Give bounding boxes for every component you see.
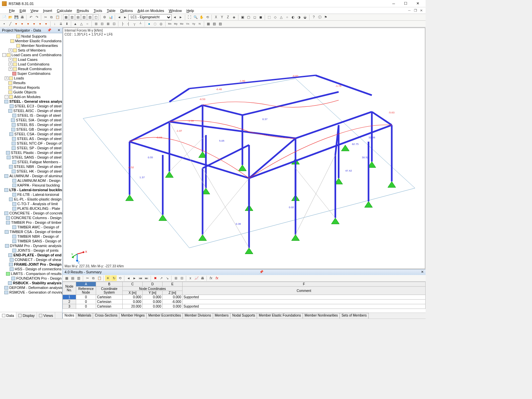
tree-item[interactable]: Guide Objects	[0, 90, 62, 94]
dim2-icon[interactable]: ┤	[126, 21, 131, 27]
tree-item[interactable]: STEEL GB - Design of steel	[0, 127, 62, 132]
prev-icon[interactable]: ◄	[116, 14, 122, 20]
expand-icon[interactable]: -	[5, 95, 8, 99]
misc7-icon[interactable]: ◒	[302, 14, 308, 20]
menu-results[interactable]: Results	[74, 8, 91, 13]
col-letter-b[interactable]: B	[96, 282, 123, 287]
paste-icon[interactable]: 📋	[55, 14, 60, 20]
col-letter-d[interactable]: D	[143, 282, 163, 287]
undo-icon[interactable]: ↶	[28, 14, 34, 20]
misc5-icon[interactable]: ◐	[290, 14, 296, 20]
loadcase-combo[interactable]: LC1 - Eigengewicht	[128, 14, 172, 20]
tree-item[interactable]: STEEL HK - Design of steel	[0, 169, 62, 174]
show1-icon[interactable]: ▦	[205, 21, 211, 27]
nav-tab-views[interactable]: Views	[37, 312, 55, 319]
results-tab-members[interactable]: Members	[213, 313, 231, 319]
lc-prev-icon[interactable]: ◄	[172, 14, 178, 20]
info-icon[interactable]: ⓘ	[317, 14, 323, 20]
menu-add-on-modules[interactable]: Add-on Modules	[135, 8, 166, 13]
hinge-icon[interactable]: ○	[84, 21, 90, 27]
vx-icon[interactable]: Vx	[185, 21, 191, 27]
rt-arr2-icon[interactable]: ↘	[164, 275, 170, 281]
rt-fx-icon[interactable]: fx	[208, 275, 214, 281]
tree-item[interactable]: STEEL CSA - Design of steel	[0, 132, 62, 136]
expand-icon[interactable]: +	[9, 67, 12, 71]
col-coord-sys[interactable]: Coordinate System	[96, 287, 123, 295]
tree-item[interactable]: KAPPA - Flexural buckling	[0, 183, 62, 188]
menu-edit[interactable]: Edit	[17, 8, 28, 13]
tree-item[interactable]: FOUNDATION Pro - Design	[0, 276, 62, 281]
tree-item[interactable]: +Load Cases	[0, 57, 62, 62]
col-node-no[interactable]: Node No.	[63, 282, 76, 295]
rt-fx2-icon[interactable]: fx	[214, 275, 220, 281]
toggle4-icon[interactable]: ▧	[81, 14, 87, 20]
zoom-fit-icon[interactable]: ⛶	[187, 14, 192, 20]
tree-item[interactable]: DYNAM Pro - Dynamic analysis	[0, 243, 62, 248]
redo-icon[interactable]: ↷	[34, 14, 40, 20]
toggle6-icon[interactable]: ◫	[93, 14, 99, 20]
table-row[interactable]: 30Cartesian20.0000.0000.000Supported	[63, 304, 426, 309]
member-icon[interactable]: ╱	[7, 21, 13, 27]
tree-item[interactable]: PLATE-BUCKLING - Plate	[0, 206, 62, 211]
zoom-in-icon[interactable]: 🔍	[193, 14, 198, 20]
tree-item[interactable]: Results	[0, 80, 62, 85]
view-iso-icon[interactable]: ◈	[231, 14, 237, 20]
tree-item[interactable]: TIMBER Pro - Design of timber	[0, 220, 62, 225]
tree-item[interactable]: STEEL NTC-DF - Design of	[0, 141, 62, 146]
tree-item[interactable]: STEEL EC3 - Design of steel	[0, 104, 62, 108]
tree-item[interactable]: Member Elastic Foundations	[0, 39, 62, 43]
dim4-icon[interactable]: ┴	[138, 21, 143, 27]
load1-icon[interactable]: ↓	[52, 21, 58, 27]
tree-item[interactable]: FRAME-JOINT Pro - Design	[0, 262, 62, 267]
tree-item[interactable]: TIMBER SANS - Design of	[0, 239, 62, 243]
rt-excel-icon[interactable]: x	[188, 275, 193, 281]
tree-item[interactable]: CONCRETE Columns - Design	[0, 215, 62, 220]
tree-item[interactable]: Super Combinations	[0, 71, 62, 76]
tree-item[interactable]: Nodal Supports	[0, 34, 62, 39]
tree-item[interactable]: RSBUCK - Stability analysis	[0, 281, 62, 285]
load2-icon[interactable]: ⇊	[58, 21, 64, 27]
opt3-icon[interactable]: ◎	[158, 21, 164, 27]
grid2-icon[interactable]: ⊟	[99, 21, 105, 27]
tree-item[interactable]: TIMBER AWC - Design of	[0, 225, 62, 229]
rt-arr1-icon[interactable]: ↗	[158, 275, 164, 281]
lc-next-icon[interactable]: ►	[178, 14, 184, 20]
tree-item[interactable]: RSMOVE - Generation of moving	[0, 290, 62, 295]
close-button[interactable]: ✕	[412, 0, 424, 7]
rt6-icon[interactable]: 📋	[96, 275, 102, 281]
show3-icon[interactable]: ▨	[217, 21, 223, 27]
toggle3-icon[interactable]: ▤	[75, 14, 81, 20]
results-tab-sets-of-members[interactable]: Sets of Members	[339, 313, 369, 319]
col-letter-e[interactable]: E	[163, 282, 183, 287]
dim1-icon[interactable]: ├	[120, 21, 125, 27]
expand-icon[interactable]: +	[9, 58, 12, 62]
expand-icon[interactable]: +	[9, 63, 12, 66]
navigator-close-icon[interactable]: ✕	[58, 28, 60, 32]
rt8-icon[interactable]: ↻	[111, 275, 117, 281]
tree-item[interactable]: END-PLATE - Design of end	[0, 253, 62, 257]
menu-options[interactable]: Options	[118, 8, 135, 13]
tree-item[interactable]: STEEL IS - Design of steel	[0, 113, 62, 118]
rt2-icon[interactable]: ▤	[70, 275, 75, 281]
menu-insert[interactable]: Insert	[41, 8, 55, 13]
tree-item[interactable]: C-TO-T - Analysis of limit	[0, 201, 62, 206]
mdi-restore[interactable]: ❐	[412, 9, 418, 12]
node-icon[interactable]: •	[1, 21, 7, 27]
selector2-icon[interactable]: ▾	[19, 21, 25, 27]
view-x-icon[interactable]: X	[213, 14, 219, 20]
n-icon[interactable]: N	[197, 21, 202, 27]
misc3-icon[interactable]: △	[278, 14, 284, 20]
save-all-icon[interactable]: 🖶	[19, 14, 25, 20]
opt1-icon[interactable]: ●	[146, 21, 152, 27]
tree-item[interactable]: CONCRETE - Design of concrete	[0, 211, 62, 215]
grid3-icon[interactable]: ⊠	[105, 21, 111, 27]
menu-table[interactable]: Table	[104, 8, 118, 13]
selector5-icon[interactable]: ▾	[37, 21, 43, 27]
model-viewport[interactable]: Internal Forces M-y [kNm] CO2 : 1.35*LF1…	[63, 28, 425, 269]
results-icon[interactable]: 📊	[108, 14, 113, 20]
new-icon[interactable]: 📄	[1, 14, 7, 20]
selector6-icon[interactable]: ▾	[43, 21, 49, 27]
support1-icon[interactable]: ▲	[72, 21, 78, 27]
misc1-icon[interactable]: ⬚	[266, 14, 272, 20]
results-tab-materials[interactable]: Materials	[76, 313, 93, 319]
